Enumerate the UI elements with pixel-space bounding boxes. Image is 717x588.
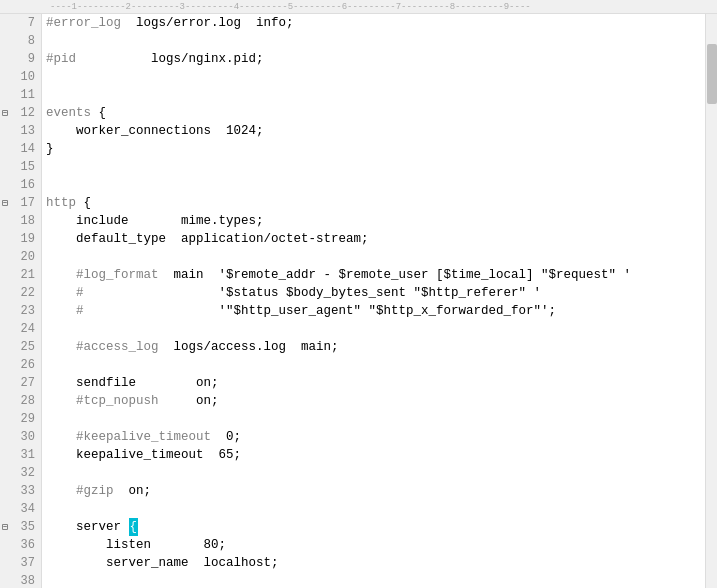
token: }	[46, 140, 54, 158]
line-num-text: 10	[21, 70, 35, 84]
token: server_name localhost;	[46, 554, 279, 572]
token: logs/error.log info;	[121, 14, 294, 32]
line-number-22: 22	[0, 284, 41, 302]
line-number-29: 29	[0, 410, 41, 428]
editor: ----1---------2---------3---------4-----…	[0, 0, 717, 588]
code-line-28: #tcp_nopush on;	[46, 392, 717, 410]
code-line-25: #access_log logs/access.log main;	[46, 338, 717, 356]
line-number-9: 9	[0, 50, 41, 68]
code-line-26	[46, 356, 717, 374]
line-number-32: 32	[0, 464, 41, 482]
token: include mime.types;	[46, 212, 264, 230]
fold-icon-12[interactable]: ⊟	[2, 107, 8, 119]
code-line-38	[46, 572, 717, 588]
line-number-30: 30	[0, 428, 41, 446]
code-line-31: keepalive_timeout 65;	[46, 446, 717, 464]
token: #	[46, 284, 84, 302]
code-line-15	[46, 158, 717, 176]
token: sendfile on;	[46, 374, 219, 392]
line-num-text: 29	[21, 412, 35, 426]
token: default_type application/octet-stream;	[46, 230, 369, 248]
line-num-text: 21	[21, 268, 35, 282]
line-number-20: 20	[0, 248, 41, 266]
code-line-36: listen 80;	[46, 536, 717, 554]
token: #tcp_nopush	[46, 392, 159, 410]
line-num-text: 13	[21, 124, 35, 138]
token: keepalive_timeout 65;	[46, 446, 241, 464]
line-number-11: 11	[0, 86, 41, 104]
token: {	[91, 104, 106, 122]
token: #pid	[46, 50, 76, 68]
code-line-34	[46, 500, 717, 518]
line-num-text: 15	[21, 160, 35, 174]
line-num-text: 37	[21, 556, 35, 570]
line-number-10: 10	[0, 68, 41, 86]
line-num-text: 8	[28, 34, 35, 48]
token: on;	[114, 482, 152, 500]
line-number-26: 26	[0, 356, 41, 374]
fold-icon-35[interactable]: ⊟	[2, 521, 8, 533]
line-num-text: 33	[21, 484, 35, 498]
line-num-text: 27	[21, 376, 35, 390]
line-num-text: 32	[21, 466, 35, 480]
code-line-32	[46, 464, 717, 482]
line-number-17[interactable]: ⊟17	[0, 194, 41, 212]
code-line-27: sendfile on;	[46, 374, 717, 392]
token: logs/nginx.pid;	[76, 50, 264, 68]
token: main '$remote_addr - $remote_user [$time…	[159, 266, 632, 284]
code-line-7: #error_log logs/error.log info;	[46, 14, 717, 32]
line-num-text: 11	[21, 88, 35, 102]
code-line-17: http {	[46, 194, 717, 212]
line-num-text: 14	[21, 142, 35, 156]
token: server	[46, 518, 129, 536]
line-num-text: 36	[21, 538, 35, 552]
line-num-text: 24	[21, 322, 35, 336]
line-num-text: 22	[21, 286, 35, 300]
code-line-24	[46, 320, 717, 338]
line-num-text: 38	[21, 574, 35, 588]
token: http	[46, 194, 76, 212]
line-number-36: 36	[0, 536, 41, 554]
line-number-12[interactable]: ⊟12	[0, 104, 41, 122]
line-num-text: 30	[21, 430, 35, 444]
token: logs/access.log main;	[159, 338, 339, 356]
fold-icon-17[interactable]: ⊟	[2, 197, 8, 209]
code-line-35: server {	[46, 518, 717, 536]
code-line-23: # '"$http_user_agent" "$http_x_forwarded…	[46, 302, 717, 320]
line-number-18: 18	[0, 212, 41, 230]
code-line-13: worker_connections 1024;	[46, 122, 717, 140]
token: {	[76, 194, 91, 212]
line-number-8: 8	[0, 32, 41, 50]
line-number-24: 24	[0, 320, 41, 338]
line-number-16: 16	[0, 176, 41, 194]
scrollbar-thumb-v[interactable]	[707, 44, 717, 104]
line-num-text: 16	[21, 178, 35, 192]
code-line-20	[46, 248, 717, 266]
line-num-text: 34	[21, 502, 35, 516]
code-line-10	[46, 68, 717, 86]
line-number-13: 13	[0, 122, 41, 140]
code-line-8	[46, 32, 717, 50]
line-num-text: 26	[21, 358, 35, 372]
code-line-12: events {	[46, 104, 717, 122]
token: #access_log	[46, 338, 159, 356]
token: listen 80;	[46, 536, 226, 554]
token: {	[129, 518, 139, 536]
code-line-11	[46, 86, 717, 104]
ruler: ----1---------2---------3---------4-----…	[0, 0, 717, 14]
line-number-21: 21	[0, 266, 41, 284]
line-number-35[interactable]: ⊟35	[0, 518, 41, 536]
line-number-7: 7	[0, 14, 41, 32]
token: '$status $body_bytes_sent "$http_referer…	[84, 284, 542, 302]
vertical-scrollbar[interactable]	[705, 14, 717, 588]
line-num-text: 19	[21, 232, 35, 246]
line-number-37: 37	[0, 554, 41, 572]
line-number-14: 14	[0, 140, 41, 158]
code-line-21: #log_format main '$remote_addr - $remote…	[46, 266, 717, 284]
code-area: #error_log logs/error.log info; #pid log…	[42, 14, 717, 588]
line-number-15: 15	[0, 158, 41, 176]
token: #	[46, 302, 84, 320]
line-number-23: 23	[0, 302, 41, 320]
line-number-19: 19	[0, 230, 41, 248]
code-line-37: server_name localhost;	[46, 554, 717, 572]
